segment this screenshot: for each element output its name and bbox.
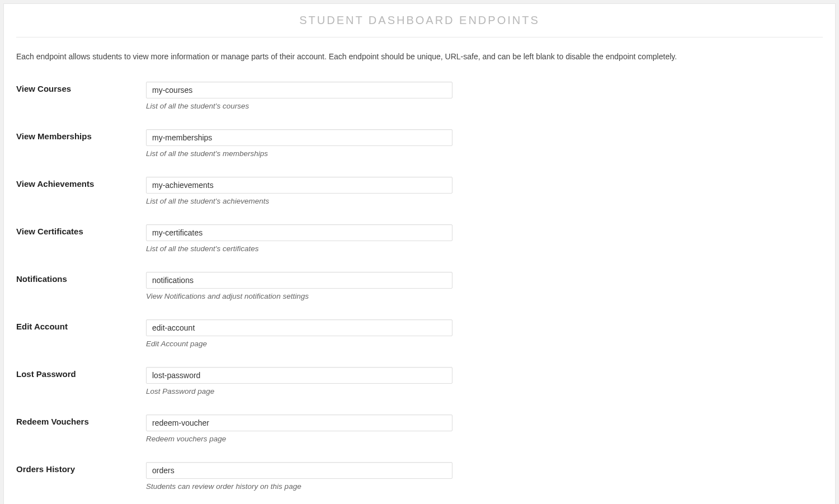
field-row-view-achievements: View Achievements List of all the studen… [16, 177, 823, 205]
field-label: Notifications [16, 272, 146, 284]
field-row-orders-history: Orders History Students can review order… [16, 462, 823, 491]
field-label: Orders History [16, 462, 146, 474]
field-desc: List of all the student's achievements [146, 197, 453, 205]
notifications-input[interactable] [146, 272, 453, 289]
field-control: Students can review order history on thi… [146, 462, 453, 491]
field-label: View Achievements [16, 177, 146, 189]
field-desc: List of all the student's certificates [146, 244, 453, 253]
field-desc: List of all the student's courses [146, 102, 453, 110]
field-desc: View Notifications and adjust notificati… [146, 292, 453, 300]
field-label: View Memberships [16, 129, 146, 141]
redeem-vouchers-input[interactable] [146, 414, 453, 431]
field-label: Edit Account [16, 319, 146, 331]
field-row-view-memberships: View Memberships List of all the student… [16, 129, 823, 158]
field-label: View Courses [16, 82, 146, 93]
field-desc: Lost Password page [146, 387, 453, 395]
section-intro: Each endpoint allows students to view mo… [16, 51, 823, 63]
field-desc: List of all the student's memberships [146, 149, 453, 158]
field-row-notifications: Notifications View Notifications and adj… [16, 272, 823, 300]
edit-account-input[interactable] [146, 319, 453, 336]
field-row-lost-password: Lost Password Lost Password page [16, 367, 823, 395]
field-label: View Certificates [16, 224, 146, 236]
field-row-view-certificates: View Certificates List of all the studen… [16, 224, 823, 253]
lost-password-input[interactable] [146, 367, 453, 384]
field-control: Edit Account page [146, 319, 453, 348]
field-label: Lost Password [16, 367, 146, 379]
field-row-edit-account: Edit Account Edit Account page [16, 319, 823, 348]
field-desc: Redeem vouchers page [146, 435, 453, 443]
field-label: Redeem Vouchers [16, 414, 146, 426]
settings-panel: STUDENT DASHBOARD ENDPOINTS Each endpoin… [3, 3, 836, 504]
orders-history-input[interactable] [146, 462, 453, 479]
section-title: STUDENT DASHBOARD ENDPOINTS [16, 14, 823, 37]
field-desc: Edit Account page [146, 340, 453, 348]
field-control: View Notifications and adjust notificati… [146, 272, 453, 300]
field-control: Lost Password page [146, 367, 453, 395]
field-control: List of all the student's courses [146, 82, 453, 110]
field-control: List of all the student's memberships [146, 129, 453, 158]
view-achievements-input[interactable] [146, 177, 453, 194]
view-memberships-input[interactable] [146, 129, 453, 146]
field-row-view-courses: View Courses List of all the student's c… [16, 82, 823, 110]
field-control: Redeem vouchers page [146, 414, 453, 443]
field-desc: Students can review order history on thi… [146, 482, 453, 491]
field-control: List of all the student's achievements [146, 177, 453, 205]
view-certificates-input[interactable] [146, 224, 453, 241]
field-control: List of all the student's certificates [146, 224, 453, 253]
field-row-redeem-vouchers: Redeem Vouchers Redeem vouchers page [16, 414, 823, 443]
view-courses-input[interactable] [146, 82, 453, 98]
